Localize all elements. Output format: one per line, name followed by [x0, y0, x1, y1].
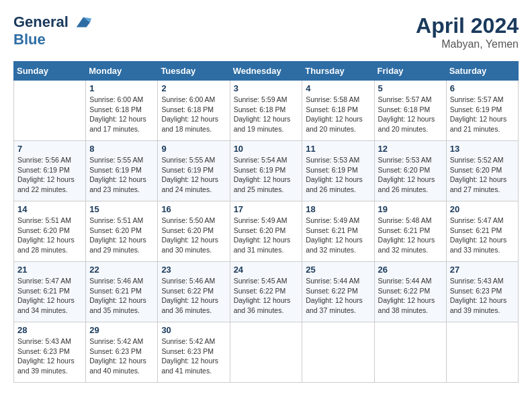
logo-icon — [74, 13, 93, 32]
day-number: 24 — [234, 265, 299, 275]
day-info: Sunrise: 5:53 AM Sunset: 6:20 PM Dayligh… — [378, 155, 443, 195]
day-number: 1 — [89, 83, 154, 93]
day-number: 5 — [378, 83, 443, 93]
calendar-cell — [374, 322, 446, 383]
calendar-week-2: 7Sunrise: 5:56 AM Sunset: 6:19 PM Daylig… — [14, 141, 519, 201]
day-info: Sunrise: 5:57 AM Sunset: 6:19 PM Dayligh… — [450, 95, 515, 134]
day-info: Sunrise: 6:00 AM Sunset: 6:18 PM Dayligh… — [161, 95, 226, 134]
day-number: 14 — [17, 204, 82, 214]
day-number: 4 — [306, 83, 370, 93]
calendar-cell: 8Sunrise: 5:55 AM Sunset: 6:19 PM Daylig… — [86, 141, 158, 201]
day-number: 11 — [306, 144, 370, 154]
day-number: 3 — [234, 83, 299, 93]
day-info: Sunrise: 5:46 AM Sunset: 6:22 PM Dayligh… — [161, 276, 226, 316]
day-info: Sunrise: 5:57 AM Sunset: 6:18 PM Dayligh… — [378, 95, 443, 134]
title-block: April 2024 Mabyan, Yemen — [416, 13, 519, 50]
weekday-header-monday: Monday — [86, 62, 158, 81]
calendar-cell — [14, 81, 86, 141]
calendar-cell: 18Sunrise: 5:49 AM Sunset: 6:21 PM Dayli… — [302, 201, 374, 262]
logo: General Blue — [13, 13, 93, 48]
day-number: 23 — [161, 265, 226, 275]
day-number: 7 — [17, 144, 82, 154]
day-info: Sunrise: 5:44 AM Sunset: 6:22 PM Dayligh… — [306, 276, 370, 316]
calendar-cell: 14Sunrise: 5:51 AM Sunset: 6:20 PM Dayli… — [14, 201, 86, 262]
day-info: Sunrise: 5:54 AM Sunset: 6:19 PM Dayligh… — [234, 155, 299, 195]
day-number: 9 — [161, 144, 226, 154]
day-info: Sunrise: 5:45 AM Sunset: 6:22 PM Dayligh… — [234, 276, 299, 316]
day-number: 20 — [450, 204, 515, 214]
calendar-week-1: 1Sunrise: 6:00 AM Sunset: 6:18 PM Daylig… — [14, 81, 519, 141]
month-year: April 2024 — [416, 13, 519, 38]
day-number: 19 — [378, 204, 443, 214]
calendar-cell: 24Sunrise: 5:45 AM Sunset: 6:22 PM Dayli… — [230, 262, 302, 322]
day-info: Sunrise: 5:58 AM Sunset: 6:18 PM Dayligh… — [306, 95, 370, 134]
day-number: 18 — [306, 204, 370, 214]
weekday-header-row: SundayMondayTuesdayWednesdayThursdayFrid… — [14, 62, 519, 81]
day-info: Sunrise: 5:59 AM Sunset: 6:18 PM Dayligh… — [234, 95, 299, 134]
day-info: Sunrise: 5:47 AM Sunset: 6:21 PM Dayligh… — [450, 216, 515, 255]
day-number: 17 — [234, 204, 299, 214]
day-info: Sunrise: 6:00 AM Sunset: 6:18 PM Dayligh… — [89, 95, 154, 134]
day-number: 25 — [306, 265, 370, 275]
calendar-cell: 11Sunrise: 5:53 AM Sunset: 6:19 PM Dayli… — [302, 141, 374, 201]
calendar-body: 1Sunrise: 6:00 AM Sunset: 6:18 PM Daylig… — [14, 81, 519, 383]
day-info: Sunrise: 5:46 AM Sunset: 6:21 PM Dayligh… — [89, 276, 154, 316]
day-info: Sunrise: 5:47 AM Sunset: 6:21 PM Dayligh… — [17, 276, 82, 316]
calendar-cell: 20Sunrise: 5:47 AM Sunset: 6:21 PM Dayli… — [446, 201, 518, 262]
day-info: Sunrise: 5:53 AM Sunset: 6:19 PM Dayligh… — [306, 155, 370, 195]
day-number: 13 — [450, 144, 515, 154]
calendar-cell: 13Sunrise: 5:52 AM Sunset: 6:20 PM Dayli… — [446, 141, 518, 201]
calendar-cell: 28Sunrise: 5:43 AM Sunset: 6:23 PM Dayli… — [14, 322, 86, 383]
day-number: 12 — [378, 144, 443, 154]
day-info: Sunrise: 5:56 AM Sunset: 6:19 PM Dayligh… — [17, 155, 82, 195]
calendar-cell — [446, 322, 518, 383]
calendar-week-5: 28Sunrise: 5:43 AM Sunset: 6:23 PM Dayli… — [14, 322, 519, 383]
day-number: 6 — [450, 83, 515, 93]
calendar-cell: 27Sunrise: 5:43 AM Sunset: 6:23 PM Dayli… — [446, 262, 518, 322]
day-number: 2 — [161, 83, 226, 93]
calendar-cell: 12Sunrise: 5:53 AM Sunset: 6:20 PM Dayli… — [374, 141, 446, 201]
day-info: Sunrise: 5:42 AM Sunset: 6:23 PM Dayligh… — [161, 336, 226, 376]
day-number: 30 — [161, 325, 226, 335]
calendar-cell: 9Sunrise: 5:55 AM Sunset: 6:19 PM Daylig… — [158, 141, 230, 201]
day-info: Sunrise: 5:48 AM Sunset: 6:21 PM Dayligh… — [378, 216, 443, 255]
day-number: 15 — [89, 204, 154, 214]
weekday-header-thursday: Thursday — [302, 62, 374, 81]
weekday-header-friday: Friday — [374, 62, 446, 81]
day-number: 28 — [17, 325, 82, 335]
calendar-cell: 5Sunrise: 5:57 AM Sunset: 6:18 PM Daylig… — [374, 81, 446, 141]
day-info: Sunrise: 5:43 AM Sunset: 6:23 PM Dayligh… — [17, 336, 82, 376]
calendar-cell: 25Sunrise: 5:44 AM Sunset: 6:22 PM Dayli… — [302, 262, 374, 322]
calendar-week-3: 14Sunrise: 5:51 AM Sunset: 6:20 PM Dayli… — [14, 201, 519, 262]
day-info: Sunrise: 5:52 AM Sunset: 6:20 PM Dayligh… — [450, 155, 515, 195]
calendar-cell: 7Sunrise: 5:56 AM Sunset: 6:19 PM Daylig… — [14, 141, 86, 201]
logo-line2: Blue — [13, 31, 93, 48]
calendar-cell: 16Sunrise: 5:50 AM Sunset: 6:20 PM Dayli… — [158, 201, 230, 262]
day-number: 16 — [161, 204, 226, 214]
calendar-table: SundayMondayTuesdayWednesdayThursdayFrid… — [13, 61, 519, 383]
day-info: Sunrise: 5:42 AM Sunset: 6:23 PM Dayligh… — [89, 336, 154, 376]
calendar-cell: 10Sunrise: 5:54 AM Sunset: 6:19 PM Dayli… — [230, 141, 302, 201]
day-info: Sunrise: 5:44 AM Sunset: 6:22 PM Dayligh… — [378, 276, 443, 316]
day-info: Sunrise: 5:49 AM Sunset: 6:20 PM Dayligh… — [234, 216, 299, 255]
calendar-cell: 3Sunrise: 5:59 AM Sunset: 6:18 PM Daylig… — [230, 81, 302, 141]
weekday-header-tuesday: Tuesday — [158, 62, 230, 81]
day-info: Sunrise: 5:55 AM Sunset: 6:19 PM Dayligh… — [89, 155, 154, 195]
day-number: 26 — [378, 265, 443, 275]
day-number: 10 — [234, 144, 299, 154]
calendar-cell: 22Sunrise: 5:46 AM Sunset: 6:21 PM Dayli… — [86, 262, 158, 322]
calendar-cell — [302, 322, 374, 383]
day-info: Sunrise: 5:43 AM Sunset: 6:23 PM Dayligh… — [450, 276, 515, 316]
day-info: Sunrise: 5:50 AM Sunset: 6:20 PM Dayligh… — [161, 216, 226, 255]
calendar-cell: 2Sunrise: 6:00 AM Sunset: 6:18 PM Daylig… — [158, 81, 230, 141]
day-number: 22 — [89, 265, 154, 275]
logo-text: General — [13, 13, 93, 32]
calendar-cell: 6Sunrise: 5:57 AM Sunset: 6:19 PM Daylig… — [446, 81, 518, 141]
day-number: 21 — [17, 265, 82, 275]
page-header: General Blue April 2024 Mabyan, Yemen — [13, 13, 519, 50]
weekday-header-wednesday: Wednesday — [230, 62, 302, 81]
day-number: 8 — [89, 144, 154, 154]
calendar-cell: 1Sunrise: 6:00 AM Sunset: 6:18 PM Daylig… — [86, 81, 158, 141]
calendar-cell: 4Sunrise: 5:58 AM Sunset: 6:18 PM Daylig… — [302, 81, 374, 141]
day-info: Sunrise: 5:55 AM Sunset: 6:19 PM Dayligh… — [161, 155, 226, 195]
